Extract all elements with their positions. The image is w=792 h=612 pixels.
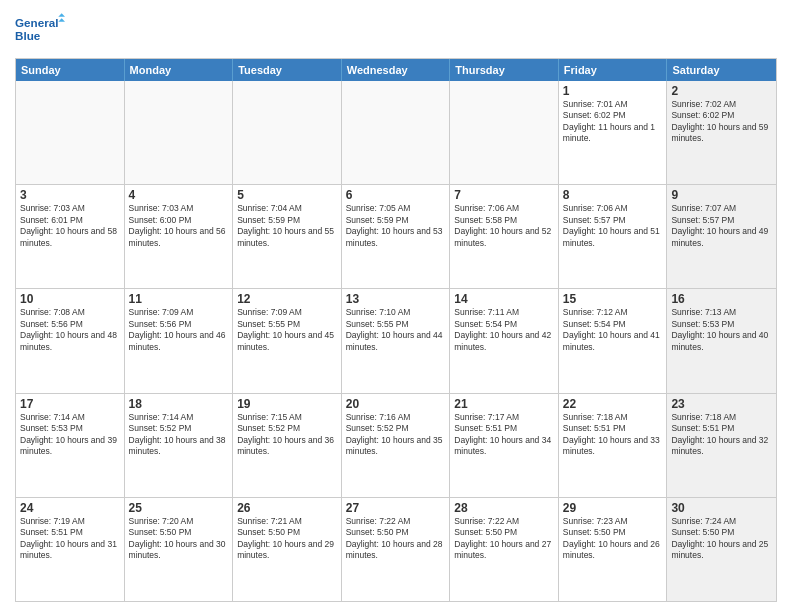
day-header-tuesday: Tuesday bbox=[233, 59, 342, 81]
page: General Blue SundayMondayTuesdayWednesda… bbox=[0, 0, 792, 612]
day-cell-7: 7Sunrise: 7:06 AM Sunset: 5:58 PM Daylig… bbox=[450, 185, 559, 288]
day-cell-22: 22Sunrise: 7:18 AM Sunset: 5:51 PM Dayli… bbox=[559, 394, 668, 497]
cell-info: Sunrise: 7:24 AM Sunset: 5:50 PM Dayligh… bbox=[671, 516, 772, 562]
day-number: 4 bbox=[129, 188, 229, 202]
cell-info: Sunrise: 7:04 AM Sunset: 5:59 PM Dayligh… bbox=[237, 203, 337, 249]
day-cell-18: 18Sunrise: 7:14 AM Sunset: 5:52 PM Dayli… bbox=[125, 394, 234, 497]
day-number: 2 bbox=[671, 84, 772, 98]
cell-info: Sunrise: 7:11 AM Sunset: 5:54 PM Dayligh… bbox=[454, 307, 554, 353]
day-cell-20: 20Sunrise: 7:16 AM Sunset: 5:52 PM Dayli… bbox=[342, 394, 451, 497]
cell-info: Sunrise: 7:20 AM Sunset: 5:50 PM Dayligh… bbox=[129, 516, 229, 562]
day-cell-2: 2Sunrise: 7:02 AM Sunset: 6:02 PM Daylig… bbox=[667, 81, 776, 184]
day-cell-30: 30Sunrise: 7:24 AM Sunset: 5:50 PM Dayli… bbox=[667, 498, 776, 601]
calendar-week-2: 3Sunrise: 7:03 AM Sunset: 6:01 PM Daylig… bbox=[16, 184, 776, 288]
day-header-thursday: Thursday bbox=[450, 59, 559, 81]
svg-text:Blue: Blue bbox=[15, 29, 41, 42]
day-header-saturday: Saturday bbox=[667, 59, 776, 81]
day-number: 9 bbox=[671, 188, 772, 202]
day-number: 22 bbox=[563, 397, 663, 411]
cell-info: Sunrise: 7:09 AM Sunset: 5:56 PM Dayligh… bbox=[129, 307, 229, 353]
cell-info: Sunrise: 7:18 AM Sunset: 5:51 PM Dayligh… bbox=[671, 412, 772, 458]
svg-marker-3 bbox=[58, 18, 65, 21]
day-number: 26 bbox=[237, 501, 337, 515]
day-cell-8: 8Sunrise: 7:06 AM Sunset: 5:57 PM Daylig… bbox=[559, 185, 668, 288]
day-number: 7 bbox=[454, 188, 554, 202]
cell-info: Sunrise: 7:15 AM Sunset: 5:52 PM Dayligh… bbox=[237, 412, 337, 458]
day-number: 14 bbox=[454, 292, 554, 306]
day-number: 3 bbox=[20, 188, 120, 202]
day-cell-16: 16Sunrise: 7:13 AM Sunset: 5:53 PM Dayli… bbox=[667, 289, 776, 392]
day-cell-21: 21Sunrise: 7:17 AM Sunset: 5:51 PM Dayli… bbox=[450, 394, 559, 497]
cell-info: Sunrise: 7:02 AM Sunset: 6:02 PM Dayligh… bbox=[671, 99, 772, 145]
calendar-body: 1Sunrise: 7:01 AM Sunset: 6:02 PM Daylig… bbox=[16, 81, 776, 601]
day-cell-3: 3Sunrise: 7:03 AM Sunset: 6:01 PM Daylig… bbox=[16, 185, 125, 288]
calendar-week-4: 17Sunrise: 7:14 AM Sunset: 5:53 PM Dayli… bbox=[16, 393, 776, 497]
day-number: 10 bbox=[20, 292, 120, 306]
cell-info: Sunrise: 7:07 AM Sunset: 5:57 PM Dayligh… bbox=[671, 203, 772, 249]
day-number: 28 bbox=[454, 501, 554, 515]
day-header-monday: Monday bbox=[125, 59, 234, 81]
svg-text:General: General bbox=[15, 16, 58, 29]
day-cell-5: 5Sunrise: 7:04 AM Sunset: 5:59 PM Daylig… bbox=[233, 185, 342, 288]
calendar-header: SundayMondayTuesdayWednesdayThursdayFrid… bbox=[16, 59, 776, 81]
cell-info: Sunrise: 7:22 AM Sunset: 5:50 PM Dayligh… bbox=[346, 516, 446, 562]
day-number: 1 bbox=[563, 84, 663, 98]
day-cell-17: 17Sunrise: 7:14 AM Sunset: 5:53 PM Dayli… bbox=[16, 394, 125, 497]
day-header-friday: Friday bbox=[559, 59, 668, 81]
day-cell-12: 12Sunrise: 7:09 AM Sunset: 5:55 PM Dayli… bbox=[233, 289, 342, 392]
cell-info: Sunrise: 7:06 AM Sunset: 5:58 PM Dayligh… bbox=[454, 203, 554, 249]
calendar-week-3: 10Sunrise: 7:08 AM Sunset: 5:56 PM Dayli… bbox=[16, 288, 776, 392]
day-number: 13 bbox=[346, 292, 446, 306]
day-cell-24: 24Sunrise: 7:19 AM Sunset: 5:51 PM Dayli… bbox=[16, 498, 125, 601]
cell-info: Sunrise: 7:06 AM Sunset: 5:57 PM Dayligh… bbox=[563, 203, 663, 249]
day-cell-27: 27Sunrise: 7:22 AM Sunset: 5:50 PM Dayli… bbox=[342, 498, 451, 601]
cell-info: Sunrise: 7:03 AM Sunset: 6:01 PM Dayligh… bbox=[20, 203, 120, 249]
day-number: 16 bbox=[671, 292, 772, 306]
day-number: 8 bbox=[563, 188, 663, 202]
day-cell-9: 9Sunrise: 7:07 AM Sunset: 5:57 PM Daylig… bbox=[667, 185, 776, 288]
cell-info: Sunrise: 7:14 AM Sunset: 5:53 PM Dayligh… bbox=[20, 412, 120, 458]
day-number: 19 bbox=[237, 397, 337, 411]
day-cell-13: 13Sunrise: 7:10 AM Sunset: 5:55 PM Dayli… bbox=[342, 289, 451, 392]
cell-info: Sunrise: 7:18 AM Sunset: 5:51 PM Dayligh… bbox=[563, 412, 663, 458]
day-cell-10: 10Sunrise: 7:08 AM Sunset: 5:56 PM Dayli… bbox=[16, 289, 125, 392]
logo-svg: General Blue bbox=[15, 10, 65, 50]
day-cell-19: 19Sunrise: 7:15 AM Sunset: 5:52 PM Dayli… bbox=[233, 394, 342, 497]
calendar: SundayMondayTuesdayWednesdayThursdayFrid… bbox=[15, 58, 777, 602]
cell-info: Sunrise: 7:21 AM Sunset: 5:50 PM Dayligh… bbox=[237, 516, 337, 562]
day-number: 27 bbox=[346, 501, 446, 515]
cell-info: Sunrise: 7:13 AM Sunset: 5:53 PM Dayligh… bbox=[671, 307, 772, 353]
cell-info: Sunrise: 7:14 AM Sunset: 5:52 PM Dayligh… bbox=[129, 412, 229, 458]
cell-info: Sunrise: 7:01 AM Sunset: 6:02 PM Dayligh… bbox=[563, 99, 663, 145]
day-number: 24 bbox=[20, 501, 120, 515]
empty-cell bbox=[233, 81, 342, 184]
calendar-week-1: 1Sunrise: 7:01 AM Sunset: 6:02 PM Daylig… bbox=[16, 81, 776, 184]
day-number: 30 bbox=[671, 501, 772, 515]
day-cell-26: 26Sunrise: 7:21 AM Sunset: 5:50 PM Dayli… bbox=[233, 498, 342, 601]
day-header-sunday: Sunday bbox=[16, 59, 125, 81]
cell-info: Sunrise: 7:12 AM Sunset: 5:54 PM Dayligh… bbox=[563, 307, 663, 353]
day-cell-25: 25Sunrise: 7:20 AM Sunset: 5:50 PM Dayli… bbox=[125, 498, 234, 601]
day-number: 5 bbox=[237, 188, 337, 202]
day-number: 21 bbox=[454, 397, 554, 411]
calendar-week-5: 24Sunrise: 7:19 AM Sunset: 5:51 PM Dayli… bbox=[16, 497, 776, 601]
day-cell-6: 6Sunrise: 7:05 AM Sunset: 5:59 PM Daylig… bbox=[342, 185, 451, 288]
day-number: 11 bbox=[129, 292, 229, 306]
svg-marker-2 bbox=[58, 13, 65, 16]
cell-info: Sunrise: 7:09 AM Sunset: 5:55 PM Dayligh… bbox=[237, 307, 337, 353]
cell-info: Sunrise: 7:03 AM Sunset: 6:00 PM Dayligh… bbox=[129, 203, 229, 249]
day-cell-15: 15Sunrise: 7:12 AM Sunset: 5:54 PM Dayli… bbox=[559, 289, 668, 392]
day-number: 6 bbox=[346, 188, 446, 202]
day-number: 12 bbox=[237, 292, 337, 306]
day-cell-11: 11Sunrise: 7:09 AM Sunset: 5:56 PM Dayli… bbox=[125, 289, 234, 392]
day-cell-29: 29Sunrise: 7:23 AM Sunset: 5:50 PM Dayli… bbox=[559, 498, 668, 601]
day-header-wednesday: Wednesday bbox=[342, 59, 451, 81]
day-number: 25 bbox=[129, 501, 229, 515]
empty-cell bbox=[450, 81, 559, 184]
empty-cell bbox=[16, 81, 125, 184]
day-number: 17 bbox=[20, 397, 120, 411]
day-number: 18 bbox=[129, 397, 229, 411]
day-cell-1: 1Sunrise: 7:01 AM Sunset: 6:02 PM Daylig… bbox=[559, 81, 668, 184]
day-number: 20 bbox=[346, 397, 446, 411]
day-cell-23: 23Sunrise: 7:18 AM Sunset: 5:51 PM Dayli… bbox=[667, 394, 776, 497]
